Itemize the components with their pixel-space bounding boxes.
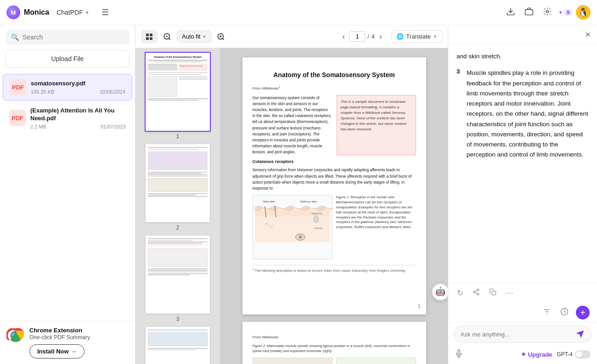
pdf-viewer: Auto fit ▼ ‹ / 4 › 🌐 Tr: [135, 25, 448, 364]
search-input[interactable]: [23, 34, 124, 41]
thumb-page-num-1: 1: [176, 133, 180, 140]
pdf-from-source: From Wikibooks1: [253, 85, 416, 91]
avatar[interactable]: 🐧: [576, 5, 591, 20]
download-icon[interactable]: [503, 4, 518, 21]
prev-page-button[interactable]: ‹: [340, 30, 347, 43]
gpt4-toggle-row: GPT-4: [557, 350, 591, 358]
upgrade-button[interactable]: ✦ Upgrade: [521, 351, 552, 358]
file-date-2: 01/07/2023: [101, 124, 126, 129]
thumbnail-page-1[interactable]: Anatomy of the Somatosensory System: [146, 53, 210, 140]
chrome-ext-title: Chrome Extension: [29, 327, 90, 334]
svg-text:Hairy skin: Hairy skin: [263, 200, 275, 203]
svg-rect-7: [146, 34, 149, 36]
svg-text:Glabrous skin: Glabrous skin: [300, 200, 317, 203]
pdf-page2-source: From Wikibooks: [253, 335, 416, 340]
svg-point-27: [298, 236, 302, 238]
mic-button[interactable]: [455, 349, 463, 359]
thumbnail-page-3[interactable]: 3: [146, 235, 210, 322]
more-options-button[interactable]: ⋯: [504, 287, 515, 299]
page-input[interactable]: [349, 31, 365, 42]
chat-close-bar: ×: [448, 25, 597, 44]
thumbnail-page-4[interactable]: 4: [146, 327, 210, 364]
next-page-button[interactable]: ›: [377, 30, 384, 43]
pdf-scroll-area: Anatomy of the Somatosensory System From…: [220, 48, 448, 364]
new-chat-button[interactable]: +: [576, 306, 590, 319]
refresh-button[interactable]: ↻: [456, 287, 465, 299]
pdf-page-2: From Wikibooks Figure 2: Mammalian muscl…: [242, 322, 426, 364]
chat-input[interactable]: [461, 331, 572, 338]
search-icon: 🔍: [11, 34, 19, 41]
pdf-toolbar: Auto fit ▼ ‹ / 4 › 🌐 Tr: [135, 25, 448, 48]
zoom-in-button[interactable]: [214, 30, 228, 44]
pdf-page2-figure-area: muscle spindle: [253, 358, 416, 364]
file-item-attention[interactable]: PDF (Example) Attention Is All You Need.…: [3, 102, 132, 134]
chat-filter-button[interactable]: [541, 306, 553, 319]
page-separator: /: [367, 33, 369, 40]
file-name-2: (Example) Attention Is All You Need.pdf: [30, 107, 126, 123]
share-button[interactable]: [471, 287, 481, 299]
chat-bottom-bar: ✦ Upgrade GPT-4: [448, 347, 597, 364]
chat-bot-bubble[interactable]: 🤖: [432, 283, 448, 301]
chat-send-button[interactable]: [575, 330, 585, 339]
briefcase-icon[interactable]: [522, 4, 536, 21]
chat-messages-area: and skin stretch. 3 Muscle spindles play…: [448, 44, 597, 283]
svg-point-2: [546, 10, 548, 12]
search-box: 🔍: [6, 30, 130, 45]
chrome-extension-banner: Chrome Extension One-click PDF Summary I…: [0, 321, 135, 364]
translate-button[interactable]: 🌐 Translate ▼: [391, 30, 442, 43]
pdf-thumbnails: Anatomy of the Somatosensory System: [135, 48, 220, 364]
pdf-icon-2: PDF: [9, 110, 26, 126]
zoom-out-button[interactable]: [160, 30, 174, 44]
notification-area[interactable]: ✦ 9: [558, 9, 572, 16]
monica-logo: M: [6, 6, 20, 19]
chat-input-container: [448, 322, 597, 347]
page-number-1: 1: [418, 303, 421, 310]
chat-close-button[interactable]: ×: [585, 30, 591, 39]
copy-button[interactable]: [488, 287, 498, 299]
file-list: PDF somatosensory.pdf 145.35 KB 02/06/20…: [0, 70, 135, 321]
grid-view-button[interactable]: [141, 30, 158, 44]
gpt4-toggle[interactable]: [575, 350, 591, 358]
svg-text:Epidermis: Epidermis: [311, 212, 322, 215]
svg-rect-8: [150, 34, 152, 36]
chatpdf-dropdown[interactable]: ChatPDF ▼: [53, 7, 93, 18]
pdf-note-box: This is a sample document to showcase pa…: [337, 95, 416, 156]
file-size-2: 2.2 MB: [30, 124, 46, 129]
pdf-section-cutaneous-title: Cutaneous receptors: [253, 159, 416, 165]
chrome-ext-subtitle: One-click PDF Summary: [29, 334, 90, 341]
file-name-1: somatosensory.pdf: [31, 80, 125, 88]
gpt4-label: GPT-4: [557, 351, 573, 358]
skin-diagram: Hairy skin Glabrous skin: [253, 195, 332, 259]
pdf-footnote: 1 The following description is based on …: [253, 265, 416, 273]
zoom-select[interactable]: Auto fit ▼: [177, 30, 211, 43]
file-size-1: 145.35 KB: [31, 89, 54, 95]
file-item-somatosensory[interactable]: PDF somatosensory.pdf 145.35 KB 02/06/20…: [3, 74, 132, 101]
chat-panel: × and skin stretch. 3 Muscle spindles pl…: [448, 25, 597, 364]
translate-label: Translate: [406, 33, 431, 40]
chat-controls-row: +: [448, 303, 597, 322]
pdf-intro-text: Our somatosensory system consists of sen…: [253, 95, 332, 156]
upload-file-button[interactable]: Upload File: [6, 50, 130, 67]
pdf-icon-1: PDF: [10, 79, 26, 95]
app-name: Monica: [24, 8, 49, 17]
pdf-section-cutaneous-text: Sensory information from Meissner corpus…: [253, 167, 416, 191]
install-now-button[interactable]: Install Now →: [29, 344, 84, 358]
thumbnail-page-2[interactable]: 2: [146, 144, 210, 231]
svg-point-44: [477, 293, 479, 295]
chrome-icon: [6, 327, 25, 345]
chat-action-bar: ↻ ⋯: [448, 283, 597, 303]
chat-history-button[interactable]: [558, 306, 570, 319]
svg-point-42: [477, 289, 479, 291]
svg-rect-47: [492, 291, 496, 295]
notification-badge: 9: [564, 9, 572, 16]
chat-message-3: 3 Muscle spindles play a role in providi…: [456, 68, 589, 160]
zoom-label: Auto fit: [182, 33, 200, 40]
svg-line-15: [223, 38, 224, 39]
sidebar-toggle[interactable]: ☰: [99, 5, 112, 20]
settings-icon[interactable]: [540, 4, 555, 21]
file-date-1: 02/06/2024: [100, 89, 125, 95]
page-nav: ‹ / 4 ›: [340, 30, 384, 43]
svg-line-45: [475, 292, 478, 294]
message-number-3: 3: [456, 68, 464, 160]
pdf-figure-caption: Figure 1: Receptors in the human skin: M…: [336, 195, 416, 259]
